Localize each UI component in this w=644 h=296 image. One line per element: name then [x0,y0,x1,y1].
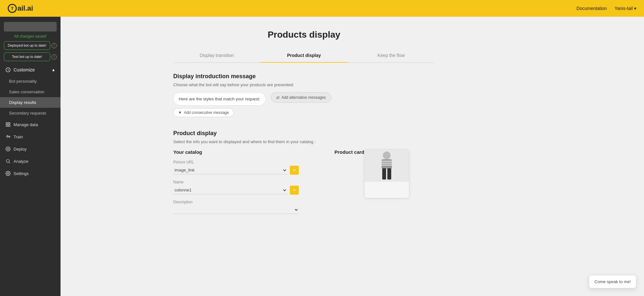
analyze-label: Analyze [14,159,28,164]
add-consecutive-label: Add consecutive message [184,110,229,115]
svg-rect-2 [8,123,10,124]
message-area: Here are the styles that match your requ… [173,92,435,117]
product-card-body [365,182,409,198]
name-select[interactable]: colonne1 [173,186,287,194]
saved-badge: All changes saved! [4,34,57,39]
product-display-section: Product display Select the info you want… [173,130,435,219]
customize-icon [5,67,11,73]
name-wrapper: colonne1 [173,186,299,195]
analyze-icon [5,158,11,164]
sidebar-item-display-results[interactable]: Display results [0,97,61,108]
message-bubble[interactable]: Here are the styles that match your requ… [173,92,266,106]
deploy-row: Deployed bot up to date! i [4,41,57,50]
product-display-subtitle: Select the info you want to displayed an… [173,139,435,144]
product-card-preview [364,149,409,198]
customize-label: Customize [14,67,35,72]
catalog-col: Your catalog Picture URL image_link [173,149,299,219]
customize-chevron-icon: ▲ [52,68,55,72]
picture-url-label: Picture URL [173,160,299,164]
description-wrapper [173,206,299,214]
name-field: Name colonne1 [173,180,299,195]
test-row: Test bot up to date! i [4,52,57,61]
svg-rect-4 [8,125,10,127]
documentation-link[interactable]: Documentation [576,6,607,11]
deploy-button[interactable]: Deployed bot up to date! [4,41,50,50]
test-info-icon[interactable]: i [52,54,57,60]
logo-text: ail.ai [17,4,33,13]
search-input[interactable] [4,22,57,32]
train-icon [5,134,11,140]
content-inner: Products display Display transition Prod… [166,17,442,245]
sidebar-item-deploy[interactable]: Deploy [0,143,61,155]
tab-display-transition[interactable]: Display transition [173,49,260,62]
customize-header[interactable]: Customize ▲ [0,64,61,76]
page-title: Products display [173,30,435,40]
message-text: Here are the styles that match your requ… [179,97,260,101]
deploy-label: Deploy [14,147,26,152]
svg-point-8 [6,160,9,162]
product-card-col: Product card [309,149,435,198]
sidebar-item-bot-personality[interactable]: Bot personality [0,76,61,87]
sidebar-item-sales-conversation[interactable]: Sales conversation [0,87,61,97]
add-alternative-label: Add alternative messages [281,95,326,100]
logo-icon: T [8,4,17,13]
sidebar-item-analyze[interactable]: Analyze [0,155,61,167]
name-toggle[interactable] [290,186,299,195]
train-label: Train [14,134,23,139]
sidebar-item-train[interactable]: Train [0,131,61,143]
picture-url-select[interactable]: image_link [173,166,287,174]
customize-sub-menu: Bot personality Sales conversation Displ… [0,76,61,118]
deploy-icon [5,146,11,152]
nav-right: Documentation Yanis-tail ▾ [576,6,636,11]
tabs: Display transition Product display Keep … [173,49,435,63]
manage-data-icon [5,122,11,127]
chat-widget-text: Come speak to me! [594,279,631,284]
product-display-title: Product display [173,130,435,137]
tab-keep-the-flow[interactable]: Keep the flow [347,49,435,62]
tab-product-display[interactable]: Product display [260,49,348,62]
logo: T ail.ai [8,4,33,13]
picture-url-field: Picture URL image_link [173,160,299,175]
sidebar-item-settings[interactable]: Settings [0,167,61,180]
chevron-down-icon: ▾ [634,6,636,11]
chat-widget[interactable]: Come speak to me! [589,275,636,288]
description-label: Description [173,200,299,204]
sidebar: All changes saved! Deployed bot up to da… [0,17,61,296]
sidebar-top: All changes saved! Deployed bot up to da… [0,17,61,64]
user-menu[interactable]: Yanis-tail ▾ [614,6,636,11]
picture-url-wrapper: image_link [173,166,299,175]
top-nav: T ail.ai Documentation Yanis-tail ▾ [0,0,644,17]
product-image [365,150,409,182]
description-field: Description [173,200,299,214]
svg-point-6 [6,147,10,151]
your-catalog-label: Your catalog [173,149,299,155]
settings-label: Settings [14,171,29,176]
svg-rect-1 [6,123,8,124]
user-label: Yanis-tail [614,6,633,11]
add-consecutive-button[interactable]: ▼ Add consecutive message [173,108,234,117]
svg-rect-11 [382,159,392,169]
main-layout: All changes saved! Deployed bot up to da… [0,17,644,296]
svg-point-9 [7,173,9,174]
svg-rect-15 [382,168,386,180]
svg-rect-3 [6,125,8,127]
svg-point-5 [9,136,10,137]
intro-section: Display introduction message Choose what… [173,73,435,117]
content-area: Products display Display transition Prod… [61,17,547,296]
name-label: Name [173,180,299,184]
consecutive-icon: ▼ [178,110,182,115]
product-display-grid: Your catalog Picture URL image_link [173,149,435,219]
svg-rect-16 [387,168,391,180]
sidebar-item-manage-data[interactable]: Manage data [0,118,61,131]
intro-section-title: Display introduction message [173,73,435,80]
test-button[interactable]: Test bot up to date! [4,52,50,61]
picture-url-toggle[interactable] [290,166,299,175]
description-select[interactable] [173,206,299,214]
add-alternative-button[interactable]: ⇄ Add alternative messages [271,92,331,103]
deploy-info-icon[interactable]: i [52,43,57,48]
sidebar-item-secondary-requests[interactable]: Secondary requests [0,108,61,118]
product-image-svg [374,150,400,182]
svg-point-7 [7,148,9,150]
manage-data-label: Manage data [14,122,38,127]
intro-section-subtitle: Choose what the bot will say before your… [173,82,435,87]
